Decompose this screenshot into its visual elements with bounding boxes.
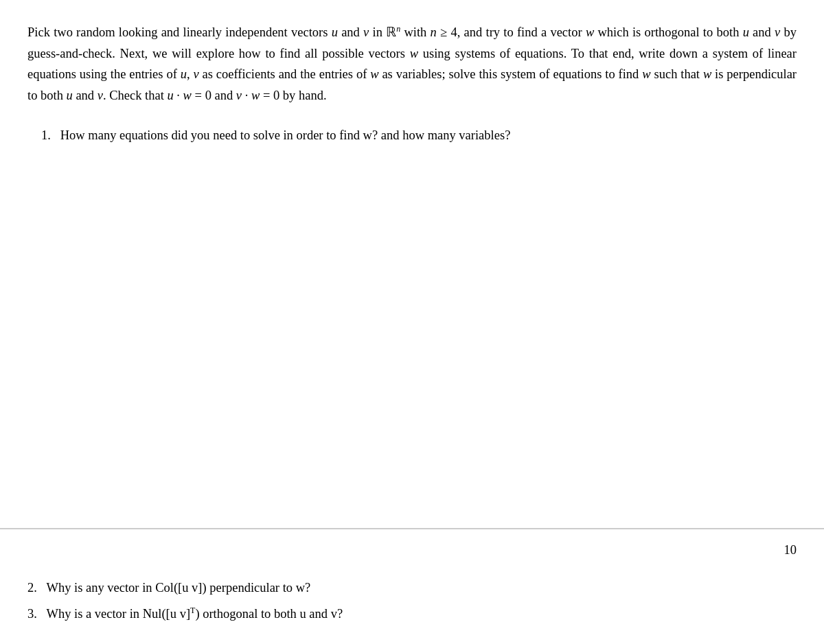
question-list-top: 1. How many equations did you need to so… <box>41 125 797 146</box>
page-container: Pick two random looking and linearly ind… <box>0 0 824 644</box>
question-item-3: 3. Why is a vector in Nul([u v]T) orthog… <box>27 603 797 625</box>
question-item-1: 1. How many equations did you need to so… <box>41 125 797 146</box>
page-number: 10 <box>784 543 797 557</box>
question-3-text: Why is a vector in Nul([u v]T) orthogona… <box>46 607 343 621</box>
question-2-number: 2. <box>27 581 37 595</box>
bottom-section: 10 2. Why is any vector in Col([u v]) pe… <box>0 529 824 644</box>
top-section: Pick two random looking and linearly ind… <box>0 0 824 528</box>
question-3-number: 3. <box>27 607 37 621</box>
question-2-text: Why is any vector in Col([u v]) perpendi… <box>46 581 310 595</box>
bottom-question-list: 2. Why is any vector in Col([u v]) perpe… <box>27 577 797 625</box>
main-paragraph: Pick two random looking and linearly ind… <box>27 22 797 106</box>
question-1-text: How many equations did you need to solve… <box>60 128 511 142</box>
question-1-number: 1. <box>41 128 51 142</box>
question-item-2: 2. Why is any vector in Col([u v]) perpe… <box>27 577 797 599</box>
